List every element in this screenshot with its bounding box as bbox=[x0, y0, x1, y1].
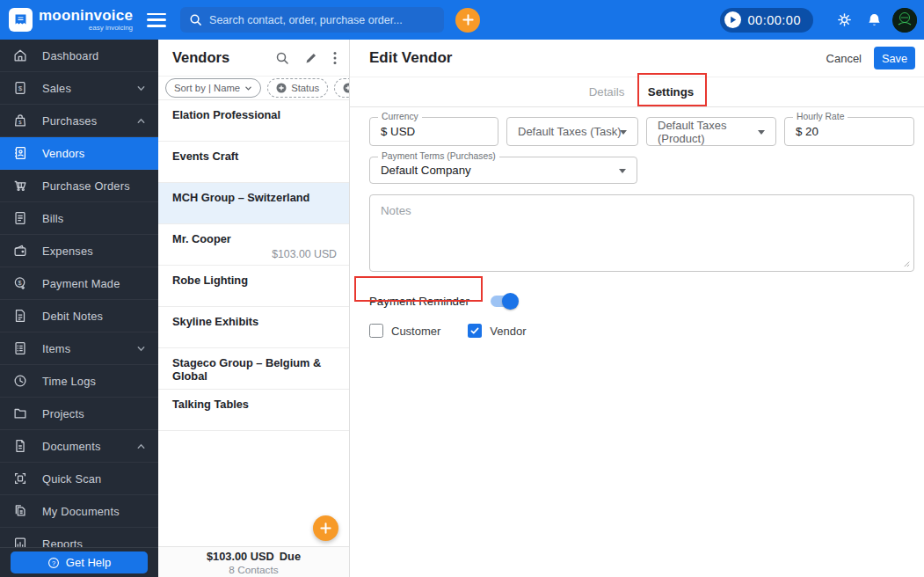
vendor-amount: $103.00 USD bbox=[172, 248, 337, 260]
vendor-row[interactable]: Robe Lighting bbox=[158, 266, 349, 307]
dropdown-arrow-icon bbox=[619, 169, 626, 173]
sidebar-item-quick-scan[interactable]: Quick Scan bbox=[0, 463, 158, 495]
profile-avatar[interactable] bbox=[892, 8, 917, 33]
get-help-button[interactable]: ? Get Help bbox=[11, 551, 148, 573]
panel-title: Vendors bbox=[172, 49, 229, 66]
sidebar-item-label: My Documents bbox=[42, 505, 120, 518]
vendor-name: Elation Professional bbox=[172, 108, 337, 121]
sales-invoice-icon: $ bbox=[12, 80, 28, 96]
payment-terms-value: Default Company bbox=[381, 164, 471, 177]
customer-checkbox[interactable] bbox=[369, 324, 383, 338]
help-bar: ? Get Help bbox=[0, 547, 158, 577]
tab-bar: Details Settings bbox=[350, 77, 924, 107]
notes-textarea[interactable] bbox=[369, 194, 914, 272]
sidebar-item-label: Sales bbox=[42, 82, 71, 95]
sidebar-item-expenses[interactable]: Expenses bbox=[0, 235, 158, 267]
kebab-menu-icon[interactable] bbox=[333, 51, 337, 65]
sidebar-item-time-logs[interactable]: Time Logs bbox=[0, 365, 158, 398]
default-taxes-product-select[interactable]: Default Taxes (Product) bbox=[646, 117, 776, 146]
payment-terms-select[interactable]: Payment Terms (Purchases) Default Compan… bbox=[369, 157, 637, 184]
vendor-row-selected[interactable]: MCH Group – Switzerland bbox=[158, 183, 349, 224]
tab-details[interactable]: Details bbox=[580, 77, 633, 107]
sidebar-item-purchase-orders[interactable]: Purchase Orders bbox=[0, 170, 158, 202]
app-window: mooninvoice easy invoicing 00:00:00 bbox=[0, 0, 924, 577]
vendors-contacts-icon bbox=[12, 145, 28, 161]
global-search[interactable] bbox=[180, 7, 444, 33]
purchases-bag-icon: $ bbox=[12, 113, 28, 128]
sidebar-item-debit-notes[interactable]: Debit Notes bbox=[0, 300, 158, 332]
sidebar-item-projects[interactable]: Projects bbox=[0, 398, 158, 430]
app-logo-icon[interactable] bbox=[9, 8, 33, 32]
vendor-row[interactable]: Mr. Cooper $103.00 USD bbox=[158, 224, 349, 266]
chevron-down-icon bbox=[136, 344, 146, 354]
sidebar-item-label: Time Logs bbox=[42, 375, 96, 388]
save-button[interactable]: Save bbox=[874, 47, 915, 69]
menu-toggle-icon[interactable] bbox=[147, 13, 166, 27]
sidebar-item-vendors[interactable]: Vendors bbox=[0, 137, 158, 170]
toggle-knob bbox=[502, 293, 519, 310]
sidebar-item-bills[interactable]: Bills bbox=[0, 202, 158, 235]
notifications-bell-icon[interactable] bbox=[867, 12, 882, 28]
vendor-name: Events Craft bbox=[172, 150, 337, 163]
play-icon[interactable] bbox=[724, 11, 741, 28]
sidebar-item-items[interactable]: Items bbox=[0, 332, 158, 365]
vendor-row[interactable]: Talking Tables bbox=[158, 390, 349, 431]
bills-icon bbox=[12, 210, 28, 226]
vendor-row[interactable]: Stageco Group – Belgium & Global bbox=[158, 348, 349, 390]
chevron-up-icon bbox=[136, 442, 146, 451]
sidebar-item-documents[interactable]: Documents bbox=[0, 430, 158, 463]
date-filter-chip[interactable]: Date | bbox=[334, 78, 349, 98]
taxes-product-placeholder: Default Taxes (Product) bbox=[658, 119, 765, 145]
sort-chip[interactable]: Sort by | Name bbox=[165, 78, 261, 98]
payment-reminder-toggle[interactable] bbox=[491, 296, 516, 307]
chevron-up-icon bbox=[136, 116, 146, 126]
edit-pencil-icon[interactable] bbox=[304, 51, 318, 65]
default-taxes-task-select[interactable]: Default Taxes (Task) bbox=[506, 117, 638, 146]
settings-form: Currency $ USD Default Taxes (Task) Defa… bbox=[350, 107, 924, 338]
sidebar-item-dashboard[interactable]: Dashboard bbox=[0, 40, 158, 72]
currency-field[interactable]: Currency $ USD bbox=[369, 117, 498, 146]
sidebar-item-label: Documents bbox=[42, 440, 101, 453]
search-vendors-icon[interactable] bbox=[275, 51, 289, 65]
status-filter-chip[interactable]: Status bbox=[267, 78, 328, 98]
vendor-checkbox[interactable] bbox=[468, 324, 482, 338]
folder-icon bbox=[12, 405, 28, 421]
add-vendor-fab[interactable] bbox=[313, 515, 338, 541]
sidebar-item-my-documents[interactable]: My Documents bbox=[0, 495, 158, 528]
home-icon bbox=[12, 47, 28, 63]
currency-field-label: Currency bbox=[378, 113, 422, 121]
clock-icon bbox=[12, 373, 28, 389]
sidebar-item-label: Projects bbox=[42, 407, 84, 420]
resize-handle-icon[interactable] bbox=[902, 259, 910, 267]
debit-note-icon bbox=[12, 308, 28, 324]
vendor-row[interactable]: Elation Professional bbox=[158, 100, 349, 142]
svg-text:?: ? bbox=[52, 559, 55, 566]
total-due-amount: $103.00 USD bbox=[207, 550, 274, 563]
tab-settings[interactable]: Settings bbox=[640, 77, 702, 107]
cancel-button[interactable]: Cancel bbox=[826, 52, 862, 65]
sidebar-item-sales[interactable]: $ Sales bbox=[0, 72, 158, 105]
search-input[interactable] bbox=[209, 14, 435, 26]
vendor-row[interactable]: Skyline Exhibits bbox=[158, 307, 349, 348]
settings-gear-icon[interactable] bbox=[836, 11, 853, 28]
question-icon: ? bbox=[47, 557, 60, 569]
chevron-down-icon bbox=[136, 84, 146, 93]
vendor-row[interactable]: Events Craft bbox=[158, 142, 349, 183]
vendor-name: Robe Lighting bbox=[172, 274, 337, 287]
wallet-icon bbox=[12, 243, 28, 259]
sidebar-item-payment-made[interactable]: $ Payment Made bbox=[0, 267, 158, 300]
status-chip-label: Status bbox=[291, 83, 319, 93]
cart-icon bbox=[12, 178, 28, 194]
sidebar-item-purchases[interactable]: $ Purchases bbox=[0, 105, 158, 137]
vendor-name: Skyline Exhibits bbox=[172, 315, 337, 328]
taxes-task-placeholder: Default Taxes (Task) bbox=[518, 125, 622, 138]
payment-dollar-icon: $ bbox=[12, 275, 28, 291]
active-tab-indicator bbox=[639, 105, 703, 107]
svg-text:$: $ bbox=[18, 84, 23, 92]
hourly-rate-field[interactable]: Hourly Rate $ 20 bbox=[784, 117, 914, 146]
page-title: Edit Vendor bbox=[369, 49, 452, 67]
quick-add-button[interactable] bbox=[455, 8, 480, 33]
filter-chips: Sort by | Name Status Date | bbox=[158, 77, 349, 100]
currency-field-value: $ USD bbox=[381, 125, 415, 138]
time-tracker[interactable]: 00:00:00 bbox=[720, 8, 813, 33]
